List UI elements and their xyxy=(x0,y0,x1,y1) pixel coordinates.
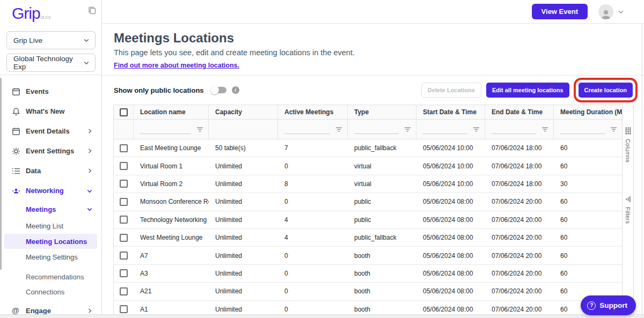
sidebar: Grip15.0.0 Grip Live Global Technology E… xyxy=(0,0,102,318)
column-header-capacity[interactable]: Capacity xyxy=(209,105,278,119)
sidebar-item-meeting-settings[interactable]: Meeting Settings xyxy=(0,249,101,265)
sidebar-nav: Events What's New Event Details Event Se… xyxy=(0,75,101,318)
row-checkbox[interactable] xyxy=(120,216,128,224)
sidebar-item-event-details[interactable]: Event Details xyxy=(0,121,101,141)
support-button[interactable]: ? Support xyxy=(581,295,636,315)
row-checkbox[interactable] xyxy=(120,234,128,242)
filter-icon[interactable] xyxy=(335,126,342,133)
sidebar-item-meeting-list[interactable]: Meeting List xyxy=(0,218,101,234)
cell-active-meetings: 8 xyxy=(278,175,348,193)
filter-input[interactable] xyxy=(423,125,467,134)
delete-locations-button[interactable]: Delete Locations xyxy=(421,83,481,98)
row-checkbox[interactable] xyxy=(120,269,128,277)
filter-funnel-icon xyxy=(625,196,632,203)
sidebar-item-connections[interactable]: Connections xyxy=(0,284,101,299)
sidebar-item-data[interactable]: Data xyxy=(0,161,101,181)
table-row[interactable]: West Meeting Lounge Unlimited 4 public_f… xyxy=(114,229,623,247)
cell-location-name: A7 xyxy=(134,247,209,264)
table-row[interactable]: Virtual Room 2 Unlimited 8 virtual 05/06… xyxy=(114,175,623,193)
filter-input[interactable] xyxy=(354,125,399,134)
edit-all-meeting-locations-button[interactable]: Edit all meeting locations xyxy=(486,83,569,98)
cell-start-date: 05/06/2024 10:00 xyxy=(416,139,485,157)
public-locations-toggle[interactable] xyxy=(210,86,226,94)
row-checkbox[interactable] xyxy=(120,287,128,295)
row-checkbox[interactable] xyxy=(120,144,128,152)
row-checkbox[interactable] xyxy=(120,198,128,206)
table-row[interactable]: Virtual Room 1 Unlimited 0 virtual 05/06… xyxy=(114,157,623,175)
cell-capacity: 50 table(s) xyxy=(209,139,278,157)
app-selector-dropdown[interactable]: Grip Live xyxy=(6,31,96,49)
filter-icon[interactable] xyxy=(541,126,548,133)
filter-cell-active-meetings xyxy=(278,120,348,139)
filter-icon[interactable] xyxy=(610,126,617,133)
cell-start-date: 05/06/2024 08:00 xyxy=(416,229,485,246)
cell-active-meetings: 7 xyxy=(278,139,348,157)
sidebar-item-recommendations[interactable]: Recommendations xyxy=(0,269,101,284)
help-link[interactable]: Find out more about meeting locations. xyxy=(114,62,239,69)
column-header-meeting-duration[interactable]: Meeting Duration (Minut... xyxy=(554,105,623,119)
view-event-button[interactable]: View Event xyxy=(532,4,588,19)
sidebar-item-networking[interactable]: Networking xyxy=(0,181,101,201)
cell-start-date: 05/06/2024 08:00 xyxy=(416,193,485,210)
toolbar: Show only public locations i Delete Loca… xyxy=(102,76,644,105)
sidebar-item-label: Meeting List xyxy=(26,222,63,230)
copy-icon[interactable] xyxy=(87,5,97,17)
filter-input[interactable] xyxy=(140,125,191,134)
page-title: Meetings Locations xyxy=(114,31,644,46)
cell-capacity: Unlimited xyxy=(209,157,278,174)
table-row[interactable]: Monsoon Conference Roo Unlimited 0 publi… xyxy=(114,193,623,211)
filter-input[interactable] xyxy=(284,125,330,134)
row-checkbox[interactable] xyxy=(120,305,128,313)
filter-cell-checkbox xyxy=(114,120,134,139)
chevron-down-icon[interactable] xyxy=(618,9,624,15)
chevron-right-icon xyxy=(87,168,93,174)
table-row[interactable]: A3 Unlimited 0 booth 05/06/2024 08:00 07… xyxy=(114,265,623,283)
filter-cell-meeting-duration xyxy=(554,120,623,139)
cell-meeting-duration: 60 xyxy=(554,265,623,282)
create-location-button[interactable]: Create location xyxy=(579,83,633,98)
filter-icon[interactable] xyxy=(196,126,203,133)
sidebar-item-label: Data xyxy=(26,167,41,175)
cell-meeting-duration: 30 xyxy=(554,175,623,193)
filters-panel-tab[interactable]: Filters xyxy=(625,196,632,224)
cell-start-date: 05/06/2024 10:00 xyxy=(416,175,485,193)
filter-input[interactable] xyxy=(560,125,605,134)
sidebar-item-event-settings[interactable]: Event Settings xyxy=(0,141,101,161)
table-row[interactable]: East Meeting Lounge 50 table(s) 7 public… xyxy=(114,139,623,157)
sidebar-item-label: Events xyxy=(26,87,49,95)
sidebar-scrollbar[interactable] xyxy=(0,78,2,270)
info-icon[interactable]: i xyxy=(232,86,239,94)
column-header-end-date[interactable]: End Date & Time xyxy=(485,105,554,119)
sidebar-item-meetings[interactable]: Meetings xyxy=(0,201,101,218)
horizontal-scrollbar[interactable] xyxy=(0,314,644,318)
avatar[interactable] xyxy=(598,4,613,19)
filter-icon[interactable] xyxy=(404,126,411,133)
table-row[interactable]: Technology Networking roo Unlimited 4 pu… xyxy=(114,211,623,229)
cell-end-date: 07/06/2024 20:00 xyxy=(485,211,554,228)
table-row[interactable]: A21 Unlimited 0 booth 05/06/2024 08:00 0… xyxy=(114,283,623,300)
column-header-location-name[interactable]: Location name xyxy=(134,105,209,119)
column-header-start-date[interactable]: Start Date & Time xyxy=(416,105,485,119)
select-all-checkbox[interactable] xyxy=(120,108,128,116)
sidebar-item-label: Meetings xyxy=(26,205,56,213)
cell-meeting-duration: 60 xyxy=(554,229,623,246)
sidebar-item-meeting-locations[interactable]: Meeting Locations xyxy=(4,234,97,249)
row-checkbox[interactable] xyxy=(120,252,128,260)
filter-icon[interactable] xyxy=(473,126,480,133)
cell-meeting-duration: 60 xyxy=(554,211,623,228)
list-icon xyxy=(12,167,20,175)
filter-input[interactable] xyxy=(492,125,536,134)
table-row[interactable]: A7 Unlimited 0 booth 05/06/2024 08:00 07… xyxy=(114,247,623,264)
sidebar-item-whats-new[interactable]: What's New xyxy=(0,101,101,121)
cell-location-name: Virtual Room 1 xyxy=(134,157,209,174)
columns-panel-tab[interactable]: Columns xyxy=(625,127,631,162)
column-header-active-meetings[interactable]: Active Meetings xyxy=(278,105,348,119)
columns-tab-label: Columns xyxy=(625,139,631,162)
row-checkbox[interactable] xyxy=(120,162,128,170)
page-scrollbar[interactable] xyxy=(642,24,642,314)
row-checkbox[interactable] xyxy=(120,180,128,188)
event-selector-dropdown[interactable]: Global Technology Exp xyxy=(6,54,96,72)
sidebar-item-events[interactable]: Events xyxy=(0,82,101,101)
column-header-type[interactable]: Type xyxy=(348,105,416,119)
sidebar-item-label: Networking xyxy=(26,187,64,195)
